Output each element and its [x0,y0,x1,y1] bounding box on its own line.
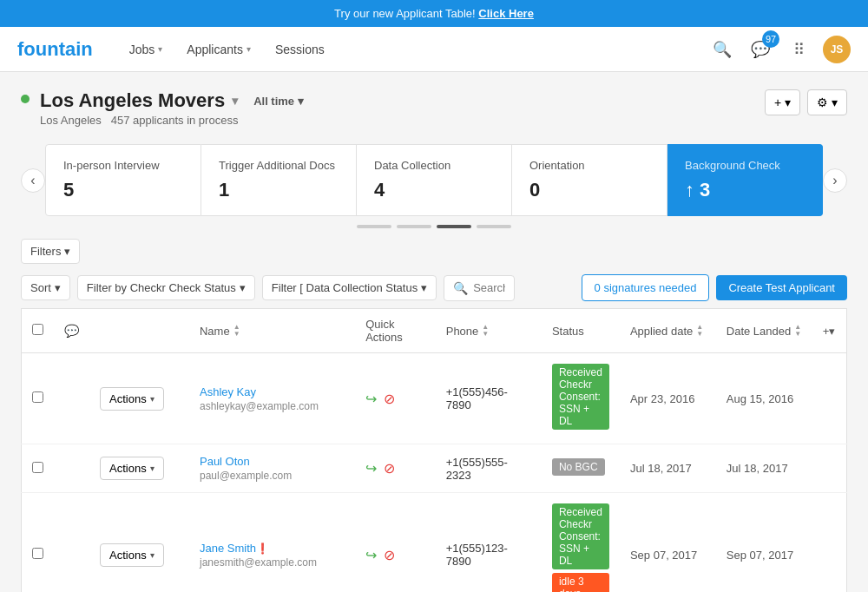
grid-icon[interactable]: ⠿ [785,36,812,63]
brand-logo[interactable]: fountain [17,38,93,61]
applicant-email: janesmith@example.com [200,556,345,569]
applicant-name-cell: Jane Smith❗ janesmith@example.com [189,493,355,593]
row-checkbox-cell [22,353,55,444]
applicant-name[interactable]: Jane Smith❗ [200,542,345,555]
company-chevron-icon[interactable]: ▾ [232,94,238,108]
th-message: 💬 [54,309,89,353]
settings-button[interactable]: ⚙ ▾ [807,89,847,115]
progress-dot-2 [397,225,431,228]
sort-button[interactable]: Sort ▾ [21,275,70,300]
sort-arrows-phone: ▲▼ [482,324,489,338]
cancel-icon[interactable]: ⊘ [384,391,395,407]
phone-number: +1(555)456-7890 [446,385,508,411]
stage-card-background-check[interactable]: Background Check ↑ 3 [667,144,823,216]
landed-date-cell: Aug 15, 2016 [716,353,812,444]
th-phone[interactable]: Phone ▲▼ [436,309,542,353]
stage-card-data-collection[interactable]: Data Collection 4 [357,144,512,216]
checkr-filter-button[interactable]: Filter by Checkr Check Status ▾ [77,275,255,300]
search-icon[interactable]: 🔍 [708,36,736,63]
applicant-name[interactable]: Paul Oton [200,455,345,468]
stage-card-orientation[interactable]: Orientation 0 [512,144,667,216]
applicant-name[interactable]: Ashley Kay [200,385,345,398]
row-plus-cell [812,493,847,593]
plus-icon: +▾ [823,325,836,338]
forward-icon[interactable]: ↪ [365,391,377,407]
sort-arrows-name: ▲▼ [233,324,240,338]
create-test-applicant-button[interactable]: Create Test Applicant [716,275,847,300]
company-details: Los Angeles Movers ▾ All time ▾ Los Ange… [40,89,304,127]
data-collection-filter-button[interactable]: Filter [ Data Collection Status ▾ [262,275,437,300]
sort-arrows-landed: ▲▼ [794,324,801,338]
nav-applicants[interactable]: Applicants ▾ [176,36,261,63]
time-filter[interactable]: All time ▾ [253,95,304,108]
sort-arrows-applied: ▲▼ [696,324,703,338]
stage-next-button[interactable]: › [823,168,847,193]
actions-button[interactable]: Actions ▾ [100,457,164,480]
main-content: Los Angeles Movers ▾ All time ▾ Los Ange… [0,72,868,592]
stage-prev-button[interactable]: ‹ [21,168,45,193]
filters-row-bottom: Sort ▾ Filter by Checkr Check Status ▾ F… [21,274,847,301]
row-checkbox-cell [22,444,55,493]
landed-date-cell: Sep 07, 2017 [716,493,812,593]
th-applied-date[interactable]: Applied date ▲▼ [620,309,716,353]
row-plus-cell [812,353,847,444]
cancel-icon[interactable]: ⊘ [384,460,395,477]
search-box[interactable]: 🔍 [444,275,515,301]
stage-card-in-person-interview[interactable]: In-person Interview 5 [45,144,201,216]
message-icon: 💬 [64,324,79,338]
status-cell: Received Checkr Consent: SSN + DL [542,353,620,444]
applicants-table: 💬 Name ▲▼ Quick Actions Phone [21,308,847,592]
phone-number: +1(555)123-7890 [446,542,508,568]
search-icon: 🔍 [453,281,468,295]
banner-link[interactable]: Click Here [478,7,534,20]
table-wrapper: 💬 Name ▲▼ Quick Actions Phone [21,308,847,592]
navbar-right: 🔍 💬 97 ⠿ JS [708,36,851,63]
applied-date: Apr 23, 2016 [630,392,694,405]
row-checkbox[interactable] [32,548,43,559]
applied-date-cell: Apr 23, 2016 [620,353,716,444]
search-input[interactable] [473,281,505,294]
applied-date-cell: Sep 07, 2017 [620,493,716,593]
applied-date: Sep 07, 2017 [630,549,697,562]
row-checkbox[interactable] [32,462,43,473]
forward-icon[interactable]: ↪ [365,460,377,477]
filters-button[interactable]: Filters ▾ [21,239,80,264]
row-checkbox-cell [22,493,55,593]
company-sub: Los Angeles 457 applicants in process [40,114,304,127]
th-date-landed[interactable]: Date Landed ▲▼ [716,309,812,353]
th-quick-actions: Quick Actions [355,309,436,353]
forward-icon[interactable]: ↪ [365,547,377,563]
nav-sessions[interactable]: Sessions [265,36,335,63]
chevron-down-icon: ▾ [158,44,162,54]
row-msg-cell [54,493,89,593]
actions-button[interactable]: Actions ▾ [100,387,164,411]
row-msg-cell [54,444,89,493]
quick-actions-cell: ↪ ⊘ [355,493,436,593]
avatar[interactable]: JS [823,36,851,63]
th-checkbox [22,309,55,353]
signatures-button[interactable]: 0 signatures needed [582,274,710,301]
stages-container: ‹ In-person Interview 5 Trigger Addition… [21,144,847,216]
chevron-down-icon: ▾ [150,550,155,560]
table-row: Actions ▾ Jane Smith❗ janesmith@example.… [22,493,847,593]
chevron-down-icon: ▾ [240,281,246,294]
select-all-checkbox[interactable] [32,324,43,335]
row-actions-cell: Actions ▾ [89,493,189,593]
landed-date: Aug 15, 2016 [727,392,793,405]
th-name[interactable]: Name ▲▼ [189,309,355,353]
table-row: Actions ▾ Paul Oton paul@example.com ↪ ⊘… [22,444,847,493]
nav-jobs[interactable]: Jobs ▾ [119,36,174,63]
stage-card-trigger-docs[interactable]: Trigger Additional Docs 1 [201,144,357,216]
actions-button[interactable]: Actions ▾ [100,543,164,567]
phone-cell: +1(555)123-7890 [436,493,542,593]
th-plus[interactable]: +▾ [812,309,847,353]
arrow-up-icon: ↑ [685,179,694,201]
warning-icon: ❗ [256,543,269,555]
notifications-icon[interactable]: 💬 97 [746,36,774,63]
header-actions: + ▾ ⚙ ▾ [765,89,847,115]
add-button[interactable]: + ▾ [765,89,800,115]
navbar: fountain Jobs ▾ Applicants ▾ Sessions 🔍 … [0,27,868,72]
row-checkbox[interactable] [32,391,43,403]
row-actions-cell: Actions ▾ [89,444,189,493]
cancel-icon[interactable]: ⊘ [384,547,395,563]
